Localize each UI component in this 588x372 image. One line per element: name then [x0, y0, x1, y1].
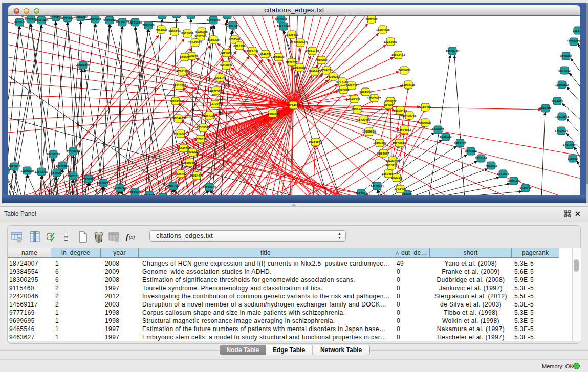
- svg-text:25099489: 25099489: [183, 161, 197, 164]
- svg-text:9857791: 9857791: [167, 184, 179, 187]
- svg-text:4498222: 4498222: [186, 150, 199, 154]
- svg-text:1615112: 1615112: [385, 164, 398, 167]
- svg-text:7857224: 7857224: [227, 24, 239, 27]
- svg-text:8990445: 8990445: [309, 70, 321, 73]
- svg-text:20691406: 20691406: [35, 19, 49, 22]
- svg-text:16961758: 16961758: [306, 49, 319, 52]
- svg-text:10654122: 10654122: [507, 179, 521, 182]
- svg-text:7632621: 7632621: [485, 164, 497, 167]
- svg-text:10719155: 10719155: [116, 20, 129, 24]
- svg-text:9327505: 9327505: [194, 35, 207, 38]
- svg-text:9146821: 9146821: [259, 53, 272, 56]
- svg-text:2935114: 2935114: [475, 157, 487, 160]
- svg-text:(x): (x): [129, 234, 135, 240]
- svg-text:16671355: 16671355: [128, 21, 142, 24]
- svg-text:10853287: 10853287: [74, 16, 88, 18]
- svg-text:3624554: 3624554: [359, 91, 372, 94]
- svg-text:252214: 252214: [391, 176, 402, 179]
- svg-text:8427512: 8427512: [210, 90, 222, 93]
- svg-text:70756928: 70756928: [393, 142, 406, 145]
- svg-text:12353594: 12353594: [197, 126, 210, 129]
- svg-text:6466160: 6466160: [103, 18, 116, 21]
- svg-text:1653112: 1653112: [50, 16, 62, 19]
- svg-text:5884067: 5884067: [377, 152, 389, 155]
- svg-text:2087682: 2087682: [365, 18, 378, 21]
- svg-text:1364521: 1364521: [355, 191, 367, 194]
- svg-text:7663822: 7663822: [155, 28, 167, 31]
- svg-text:116753: 116753: [568, 157, 578, 160]
- svg-text:16033809: 16033809: [207, 19, 221, 22]
- svg-text:2367608: 2367608: [233, 44, 246, 47]
- svg-text:7625402: 7625402: [175, 172, 187, 176]
- svg-text:1527602: 1527602: [89, 18, 101, 21]
- svg-text:1232546: 1232546: [228, 38, 241, 41]
- svg-text:8912954: 8912954: [181, 32, 193, 35]
- svg-text:13692971: 13692971: [555, 129, 569, 133]
- svg-text:20053346: 20053346: [76, 63, 90, 67]
- svg-text:9464819: 9464819: [61, 16, 74, 19]
- svg-text:7515526: 7515526: [142, 24, 155, 27]
- svg-text:7485063: 7485063: [398, 69, 410, 72]
- svg-text:16210643: 16210643: [555, 115, 569, 118]
- svg-text:6497568: 6497568: [337, 88, 350, 91]
- svg-text:9129966: 9129966: [560, 55, 572, 58]
- svg-text:12093822: 12093822: [555, 83, 569, 86]
- svg-text:1145193: 1145193: [51, 171, 63, 174]
- svg-text:17016504: 17016504: [563, 143, 577, 146]
- svg-text:19975867: 19975867: [56, 164, 70, 167]
- svg-text:6794074: 6794074: [320, 69, 333, 72]
- svg-text:19218506: 19218506: [277, 25, 291, 28]
- svg-text:3267130: 3267130: [203, 114, 215, 117]
- svg-text:8938923: 8938923: [440, 135, 452, 138]
- svg-text:9131548: 9131548: [156, 16, 168, 16]
- svg-text:9242845: 9242845: [220, 63, 232, 67]
- svg-text:19384554: 19384554: [309, 140, 322, 143]
- svg-text:16543362: 16543362: [188, 41, 202, 44]
- svg-text:9115460: 9115460: [419, 105, 431, 108]
- svg-text:17957223: 17957223: [82, 178, 96, 181]
- svg-text:16782759: 16782759: [113, 186, 127, 189]
- svg-text:12975115: 12975115: [402, 83, 416, 86]
- svg-text:1244415: 1244415: [551, 100, 563, 103]
- svg-text:13125419: 13125419: [285, 33, 299, 36]
- svg-text:62160: 62160: [384, 104, 393, 107]
- svg-text:1292346: 1292346: [143, 193, 156, 195]
- svg-text:9474444: 9474444: [465, 150, 477, 153]
- svg-text:2595135: 2595135: [67, 174, 79, 178]
- svg-text:16154838: 16154838: [376, 28, 390, 31]
- svg-text:19854935: 19854935: [171, 117, 185, 120]
- svg-text:9227342: 9227342: [558, 69, 571, 72]
- svg-text:1640953: 1640953: [432, 128, 444, 131]
- svg-text:391537: 391537: [8, 169, 11, 172]
- svg-text:12213302: 12213302: [173, 84, 187, 87]
- svg-text:1405571: 1405571: [13, 20, 26, 24]
- svg-text:13654923: 13654923: [398, 128, 411, 132]
- svg-text:7955812: 7955812: [315, 58, 328, 61]
- svg-text:8471876: 8471876: [497, 172, 509, 176]
- svg-text:18807289: 18807289: [373, 141, 387, 144]
- svg-text:12213967: 12213967: [384, 40, 398, 43]
- svg-text:1733426: 1733426: [394, 187, 406, 190]
- svg-text:8813054: 8813054: [221, 16, 233, 17]
- svg-text:8215955: 8215955: [539, 106, 552, 110]
- svg-text:10688609: 10688609: [362, 130, 376, 133]
- svg-text:1010752: 1010752: [169, 100, 182, 103]
- svg-text:10973493: 10973493: [391, 53, 405, 56]
- svg-text:8454749: 8454749: [246, 49, 258, 52]
- svg-text:2903144: 2903144: [214, 76, 226, 79]
- svg-text:10507487: 10507487: [367, 97, 381, 100]
- svg-text:10958127: 10958127: [97, 182, 111, 185]
- svg-text:20206576: 20206576: [47, 152, 60, 156]
- svg-text:1875685: 1875685: [220, 52, 232, 55]
- svg-text:10025438: 10025438: [394, 109, 407, 112]
- svg-text:16936606: 16936606: [184, 16, 198, 16]
- svg-text:2136442: 2136442: [348, 97, 360, 100]
- svg-text:989602: 989602: [180, 56, 190, 59]
- svg-text:6479197: 6479197: [454, 142, 466, 145]
- svg-text:12923465: 12923465: [128, 191, 142, 194]
- svg-text:16648784: 16648784: [446, 49, 460, 52]
- svg-text:1916685: 1916685: [175, 133, 187, 136]
- svg-text:12942737: 12942737: [35, 170, 49, 173]
- svg-text:18640910: 18640910: [294, 41, 308, 44]
- svg-text:14210222: 14210222: [326, 75, 340, 78]
